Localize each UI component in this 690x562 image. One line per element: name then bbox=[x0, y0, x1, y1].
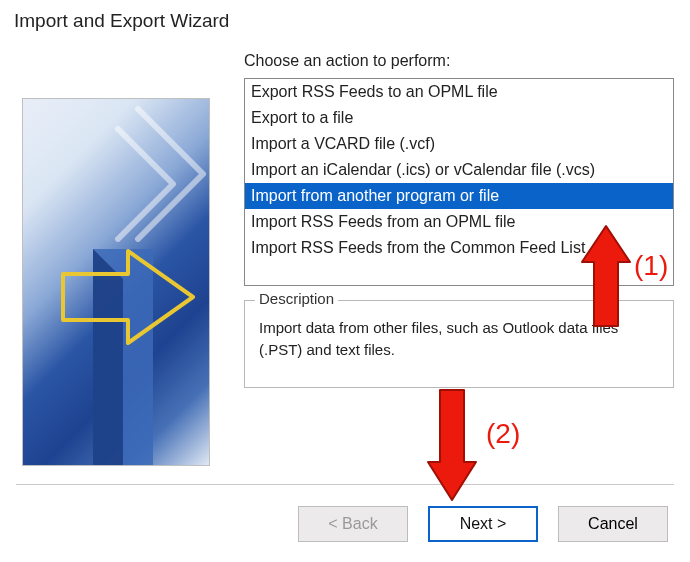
annotation-label-1: (1) bbox=[634, 250, 668, 282]
description-text: Import data from other files, such as Ou… bbox=[259, 311, 659, 361]
action-item[interactable]: Export RSS Feeds to an OPML file bbox=[245, 79, 673, 105]
separator bbox=[16, 484, 674, 485]
wizard-illustration bbox=[22, 98, 210, 466]
button-bar: < Back Next > Cancel bbox=[298, 506, 668, 542]
action-item[interactable]: Import RSS Feeds from an OPML file bbox=[245, 209, 673, 235]
cancel-button[interactable]: Cancel bbox=[558, 506, 668, 542]
action-item[interactable]: Import an iCalendar (.ics) or vCalendar … bbox=[245, 157, 673, 183]
annotation-arrow-2 bbox=[424, 386, 480, 504]
description-group: Description Import data from other files… bbox=[244, 300, 674, 388]
wizard-window: Import and Export Wizard Choose an actio… bbox=[0, 0, 690, 562]
action-item[interactable]: Import from another program or file bbox=[245, 183, 673, 209]
action-listbox[interactable]: Export RSS Feeds to an OPML fileExport t… bbox=[244, 78, 674, 286]
action-item[interactable]: Export to a file bbox=[245, 105, 673, 131]
window-title: Import and Export Wizard bbox=[0, 0, 690, 38]
description-legend: Description bbox=[255, 290, 338, 307]
main-panel: Choose an action to perform: Export RSS … bbox=[244, 38, 676, 388]
back-button: < Back bbox=[298, 506, 408, 542]
action-item[interactable]: Import RSS Feeds from the Common Feed Li… bbox=[245, 235, 673, 261]
content-area: Choose an action to perform: Export RSS … bbox=[0, 38, 690, 388]
action-item[interactable]: Import a VCARD file (.vcf) bbox=[245, 131, 673, 157]
annotation-label-2: (2) bbox=[486, 418, 520, 450]
next-button[interactable]: Next > bbox=[428, 506, 538, 542]
choose-action-label: Choose an action to perform: bbox=[244, 52, 676, 70]
